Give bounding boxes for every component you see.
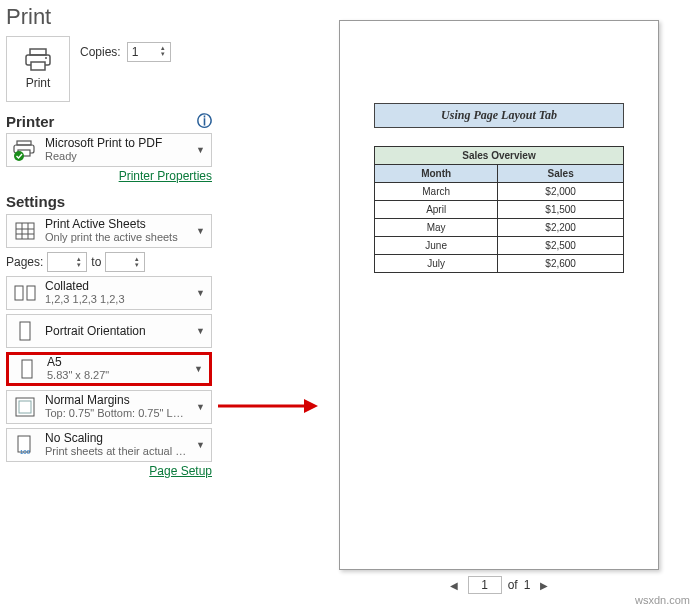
- preview-heading: Using Page Layout Tab: [374, 103, 624, 128]
- col-month: Month: [375, 165, 498, 183]
- chevron-down-icon: ▼: [194, 402, 207, 412]
- paper-size-dropdown[interactable]: A5 5.83" x 8.27" ▼: [6, 352, 212, 386]
- annotation-arrow-col: [218, 0, 308, 612]
- orientation-title: Portrait Orientation: [45, 325, 188, 338]
- next-page-button[interactable]: ▶: [536, 577, 552, 593]
- preview-page: Using Page Layout Tab Sales Overview Mon…: [339, 20, 659, 570]
- settings-section-header: Settings: [6, 193, 212, 210]
- svg-point-7: [14, 151, 24, 161]
- chevron-down-icon: ▼: [194, 440, 207, 450]
- collated-icon: [11, 279, 39, 307]
- copies-spinner[interactable]: 1 ▴▾: [127, 42, 171, 62]
- preview-table: Sales Overview Month Sales March$2,000 A…: [374, 146, 624, 273]
- portrait-icon: [11, 317, 39, 345]
- page-setup-link[interactable]: Page Setup: [149, 464, 212, 478]
- table-row: July$2,600: [375, 255, 624, 273]
- svg-marker-22: [304, 399, 318, 413]
- printer-dropdown[interactable]: Microsoft Print to PDF Ready ▼: [6, 133, 212, 167]
- margins-dropdown[interactable]: Normal Margins Top: 0.75" Bottom: 0.75" …: [6, 390, 212, 424]
- collation-dropdown[interactable]: Collated 1,2,3 1,2,3 1,2,3 ▼: [6, 276, 212, 310]
- chevron-down-icon: ▼: [194, 226, 207, 236]
- spinner-arrows-icon: ▴▾: [159, 45, 167, 57]
- red-arrow-icon: [218, 396, 318, 416]
- margins-icon: [11, 393, 39, 421]
- scaling-dropdown[interactable]: 100 No Scaling Print sheets at their act…: [6, 428, 212, 462]
- pages-from-spinner[interactable]: ▴▾: [47, 252, 87, 272]
- svg-text:100: 100: [20, 449, 31, 455]
- svg-rect-0: [30, 49, 46, 55]
- printer-properties-link[interactable]: Printer Properties: [119, 169, 212, 183]
- print-button-label: Print: [26, 76, 51, 90]
- chevron-down-icon: ▼: [192, 364, 205, 374]
- print-what-sub: Only print the active sheets: [45, 231, 188, 244]
- print-button[interactable]: Print: [6, 36, 70, 102]
- collation-title: Collated: [45, 280, 188, 293]
- chevron-down-icon: ▼: [194, 288, 207, 298]
- paper-size-title: A5: [47, 356, 186, 369]
- print-what-dropdown[interactable]: Print Active Sheets Only print the activ…: [6, 214, 212, 248]
- copies-label: Copies:: [80, 45, 121, 59]
- paper-size-sub: 5.83" x 8.27": [47, 369, 186, 382]
- print-what-title: Print Active Sheets: [45, 218, 188, 231]
- orientation-dropdown[interactable]: Portrait Orientation ▼: [6, 314, 212, 348]
- watermark: wsxdn.com: [635, 594, 690, 606]
- printer-ready-icon: [11, 136, 39, 164]
- prev-page-button[interactable]: ◀: [446, 577, 462, 593]
- margins-sub: Top: 0.75" Bottom: 0.75" Left:…: [45, 407, 188, 420]
- table-row: March$2,000: [375, 183, 624, 201]
- pages-to-label: to: [91, 255, 101, 269]
- info-icon[interactable]: ⓘ: [197, 112, 212, 131]
- scaling-sub: Print sheets at their actual size: [45, 445, 188, 458]
- svg-rect-15: [20, 322, 30, 340]
- pages-range-row: Pages: ▴▾ to ▴▾: [6, 252, 212, 272]
- chevron-down-icon: ▼: [194, 145, 207, 155]
- print-preview-panel: Using Page Layout Tab Sales Overview Mon…: [308, 0, 700, 612]
- margins-title: Normal Margins: [45, 394, 188, 407]
- total-pages: 1: [524, 578, 531, 592]
- printer-section-header: Printer ⓘ: [6, 112, 212, 131]
- table-row: April$1,500: [375, 201, 624, 219]
- current-page-input[interactable]: 1: [468, 576, 502, 594]
- of-label: of: [508, 578, 518, 592]
- printer-name: Microsoft Print to PDF: [45, 137, 188, 150]
- scaling-title: No Scaling: [45, 432, 188, 445]
- page-nav: ◀ 1 of 1 ▶: [446, 576, 553, 594]
- printer-status: Ready: [45, 150, 188, 163]
- svg-rect-16: [22, 360, 32, 378]
- col-sales: Sales: [498, 165, 624, 183]
- table-header-merged: Sales Overview: [375, 147, 624, 165]
- table-row: May$2,200: [375, 219, 624, 237]
- svg-rect-4: [17, 141, 31, 145]
- print-backstage-panel: Print Print Copies: 1 ▴▾ Printer ⓘ: [0, 0, 218, 612]
- printer-icon: [24, 48, 52, 72]
- pages-label: Pages:: [6, 255, 43, 269]
- svg-rect-2: [31, 62, 45, 70]
- scaling-icon: 100: [11, 431, 39, 459]
- collation-sub: 1,2,3 1,2,3 1,2,3: [45, 293, 188, 306]
- svg-rect-13: [15, 286, 23, 300]
- page-icon: [13, 355, 41, 383]
- chevron-down-icon: ▼: [194, 326, 207, 336]
- svg-rect-8: [16, 223, 34, 239]
- svg-point-3: [45, 57, 47, 59]
- pages-to-spinner[interactable]: ▴▾: [105, 252, 145, 272]
- page-title: Print: [6, 4, 212, 30]
- svg-rect-14: [27, 286, 35, 300]
- sheets-icon: [11, 217, 39, 245]
- table-row: June$2,500: [375, 237, 624, 255]
